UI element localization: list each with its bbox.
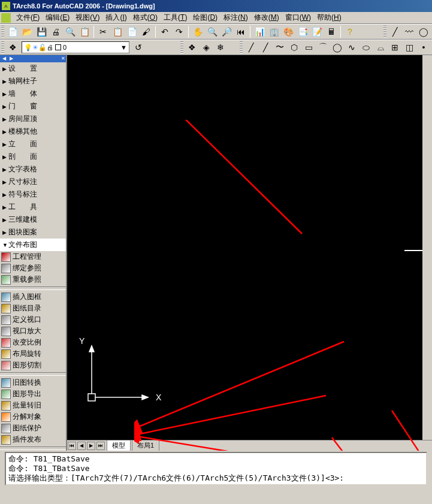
markup-button[interactable]: 📝 bbox=[310, 25, 324, 38]
tree-item[interactable]: ▶尺寸标注 bbox=[0, 176, 66, 188]
redo-button[interactable]: ↷ bbox=[173, 25, 186, 38]
draw-block-button[interactable]: ◫ bbox=[403, 41, 416, 54]
vertical-scrollbar[interactable] bbox=[422, 55, 432, 440]
toolbar-grip[interactable] bbox=[1, 41, 4, 53]
tool-palette-button[interactable]: 🎨 bbox=[282, 25, 295, 38]
tool-改变比例[interactable]: 改变比例 bbox=[0, 337, 66, 348]
tree-item[interactable]: ▶设 置 bbox=[0, 62, 66, 75]
tree-item[interactable]: ▶工 具 bbox=[0, 201, 66, 213]
tool-布局旋转[interactable]: 布局旋转 bbox=[0, 348, 66, 360]
close-panel-icon[interactable]: ✕ bbox=[60, 55, 66, 61]
layer-state-button[interactable]: ❖ bbox=[185, 41, 198, 54]
draw-spline-button[interactable]: ∿ bbox=[345, 41, 358, 54]
tab-first-button[interactable]: ⏮ bbox=[68, 442, 76, 450]
new-file-button[interactable]: 📄 bbox=[6, 25, 19, 38]
circle-button[interactable]: ◯ bbox=[417, 25, 430, 38]
pline-button[interactable]: 〰 bbox=[403, 25, 416, 38]
paste-button[interactable]: 📄 bbox=[125, 25, 138, 38]
command-window[interactable]: 命令: T81_TBatSave 命令: T81_TBatSave 请选择输出类… bbox=[5, 452, 427, 485]
zoom-window-button[interactable]: 🔎 bbox=[220, 25, 233, 38]
layer-combo[interactable]: 💡☀🔓🖨 0 ▼ bbox=[22, 41, 129, 53]
tree-item[interactable]: ▶立 面 bbox=[0, 138, 66, 150]
tree-item[interactable]: ▶图块图案 bbox=[0, 226, 66, 239]
drawing-canvas[interactable]: Y X ⏮ ◀ ▶ ⏭ 模型 布 bbox=[67, 55, 432, 451]
publish-button[interactable]: 📋 bbox=[78, 25, 91, 38]
tool-定义视口[interactable]: 定义视口 bbox=[0, 314, 66, 325]
cut-button[interactable]: ✂ bbox=[96, 25, 110, 38]
save-button[interactable]: 💾 bbox=[35, 25, 48, 38]
draw-line-button[interactable]: ╱ bbox=[244, 41, 258, 54]
tree-item[interactable]: ▶符号标注 bbox=[0, 188, 66, 201]
tool-插件发布[interactable]: 插件发布 bbox=[0, 434, 66, 445]
tool-重载参照[interactable]: 重载参照 bbox=[0, 274, 66, 285]
zoom-realtime-button[interactable]: 🔍 bbox=[206, 25, 219, 38]
menu-v[interactable]: 视图(V) bbox=[72, 11, 102, 24]
prev-panel-icon[interactable]: ◀ bbox=[1, 55, 7, 61]
toolbar-grip[interactable] bbox=[383, 26, 386, 38]
match-prop-button[interactable]: 🖌 bbox=[140, 25, 153, 38]
tool-视口放大[interactable]: 视口放大 bbox=[0, 325, 66, 337]
menu-d[interactable]: 绘图(D) bbox=[190, 11, 220, 24]
tab-model[interactable]: 模型 bbox=[107, 440, 131, 451]
menu-o[interactable]: 格式(O) bbox=[130, 11, 161, 24]
tool-工程管理[interactable]: 工程管理 bbox=[0, 251, 66, 262]
draw-polygon-button[interactable]: ⬡ bbox=[288, 41, 301, 54]
toolbar-grip[interactable] bbox=[1, 26, 4, 38]
menu-n[interactable]: 标注(N) bbox=[220, 11, 251, 24]
tab-prev-button[interactable]: ◀ bbox=[77, 442, 86, 450]
draw-point-button[interactable]: • bbox=[417, 41, 430, 54]
tab-layout1[interactable]: 布局1 bbox=[132, 440, 159, 451]
calc-button[interactable]: 🖩 bbox=[325, 25, 338, 38]
tool-图纸保护[interactable]: 图纸保护 bbox=[0, 422, 66, 434]
layer-freeze-button[interactable]: ❄ bbox=[214, 41, 227, 54]
menu-e[interactable]: 编辑(E) bbox=[43, 11, 72, 24]
menu-m[interactable]: 修改(M) bbox=[251, 11, 282, 24]
draw-arc-button[interactable]: ⌒ bbox=[316, 41, 330, 54]
tool-分解对象[interactable]: 分解对象 bbox=[0, 411, 66, 422]
next-panel-icon[interactable]: ▶ bbox=[8, 55, 14, 61]
toolbar-grip[interactable] bbox=[240, 41, 243, 53]
menu-t[interactable]: 工具(T) bbox=[161, 11, 190, 24]
toolbar-grip[interactable] bbox=[180, 41, 183, 53]
help-button[interactable]: ? bbox=[343, 25, 357, 38]
tree-item[interactable]: ▶文字表格 bbox=[0, 163, 66, 176]
tool-图形导出[interactable]: 图形导出 bbox=[0, 388, 66, 400]
menu-h[interactable]: 帮助(H) bbox=[314, 11, 345, 24]
menu-f[interactable]: 文件(F) bbox=[13, 11, 43, 24]
draw-insert-button[interactable]: ⊞ bbox=[388, 41, 401, 54]
print-button[interactable]: 🖨 bbox=[49, 25, 62, 38]
tool-旧图转换[interactable]: 旧图转换 bbox=[0, 377, 66, 388]
tool-绑定参照[interactable]: 绑定参照 bbox=[0, 262, 66, 274]
properties-button[interactable]: 📊 bbox=[253, 25, 266, 38]
line-button[interactable]: ╱ bbox=[388, 25, 401, 38]
tab-last-button[interactable]: ⏭ bbox=[96, 442, 105, 450]
tree-item[interactable]: ▶剖 面 bbox=[0, 150, 66, 163]
tree-item[interactable]: ▶楼梯其他 bbox=[0, 125, 66, 138]
design-center-button[interactable]: 🏢 bbox=[267, 25, 280, 38]
layer-iso-button[interactable]: ◈ bbox=[200, 41, 213, 54]
menu-w[interactable]: 窗口(W) bbox=[282, 11, 314, 24]
undo-button[interactable]: ↶ bbox=[158, 25, 171, 38]
tree-item[interactable]: ▶房间屋顶 bbox=[0, 113, 66, 125]
menu-i[interactable]: 插入(I) bbox=[102, 11, 129, 24]
sidebar-header[interactable]: ◀ ▶ ✕ bbox=[0, 55, 66, 62]
plot-preview-button[interactable]: 🔍 bbox=[64, 25, 77, 38]
tab-next-button[interactable]: ▶ bbox=[87, 442, 95, 450]
sheet-set-button[interactable]: 📑 bbox=[296, 25, 309, 38]
tool-批量转旧[interactable]: 批量转旧 bbox=[0, 400, 66, 411]
draw-ellipse-button[interactable]: ⬭ bbox=[360, 41, 373, 54]
tool-图纸目录[interactable]: 图纸目录 bbox=[0, 303, 66, 314]
tree-item[interactable]: ▶门 窗 bbox=[0, 100, 66, 113]
draw-circle-button[interactable]: ◯ bbox=[331, 41, 344, 54]
draw-rect-button[interactable]: ▭ bbox=[302, 41, 315, 54]
zoom-previous-button[interactable]: ⏮ bbox=[234, 25, 247, 38]
copy-button[interactable]: 📋 bbox=[111, 25, 124, 38]
tree-item[interactable]: ▶墙 体 bbox=[0, 87, 66, 100]
pan-button[interactable]: ✋ bbox=[191, 25, 204, 38]
tree-item[interactable]: ▶轴网柱子 bbox=[0, 75, 66, 87]
draw-xline-button[interactable]: ╱ bbox=[259, 41, 272, 54]
open-file-button[interactable]: 📂 bbox=[20, 25, 34, 38]
draw-ellarc-button[interactable]: ⌓ bbox=[374, 41, 387, 54]
tool-图形切割[interactable]: 图形切割 bbox=[0, 360, 66, 371]
tree-item-selected[interactable]: ▼ 文件布图 bbox=[0, 239, 66, 251]
